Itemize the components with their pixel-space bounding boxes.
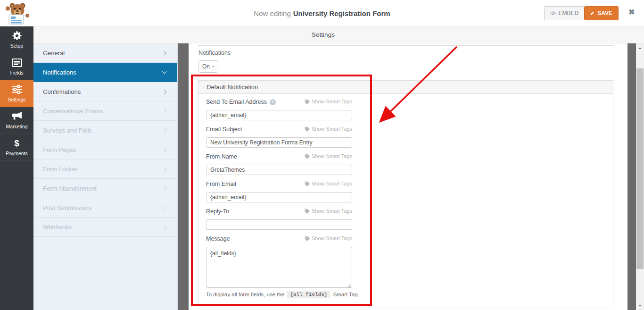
- show-smart-tags-link[interactable]: Show Smart Tags: [305, 181, 352, 186]
- now-editing-prefix: Now editing: [254, 9, 290, 17]
- top-bar: Now editing University Registration Form…: [0, 0, 644, 26]
- chevron-right-icon: [162, 167, 167, 171]
- tag-icon: [305, 99, 310, 104]
- show-smart-tags-link[interactable]: Show Smart Tags: [305, 126, 352, 132]
- menu-label: Form Locker: [43, 166, 77, 173]
- nav-label-payments: Payments: [6, 151, 28, 156]
- embed-code-icon: </>: [550, 11, 555, 16]
- field-label: Message: [206, 235, 230, 242]
- field-email-subject: Email Subject Show Smart Tags: [206, 126, 352, 148]
- menu-item-form-pages[interactable]: Form Pages: [33, 140, 177, 159]
- from-email-input[interactable]: [206, 192, 352, 202]
- notifications-toggle-value: On: [202, 63, 210, 70]
- vertical-scrollbar[interactable]: ▲ ▼: [636, 43, 644, 310]
- nav-label-settings: Settings: [8, 97, 26, 102]
- tag-icon: [305, 154, 310, 159]
- settings-menu: General Notifications Confirmations Conv…: [33, 43, 178, 310]
- gear-icon: [12, 31, 22, 41]
- nav-item-settings[interactable]: Settings: [0, 80, 33, 107]
- from-name-input[interactable]: [206, 165, 352, 175]
- field-message: Message Show Smart Tags {all_fields}: [206, 235, 352, 288]
- notifications-section-label: Notifications: [198, 50, 231, 56]
- chevron-right-icon: [162, 186, 167, 191]
- field-reply-to: Reply-To Show Smart Tags: [206, 208, 352, 230]
- all-fields-code-chip: {all_fields}: [287, 291, 330, 298]
- menu-item-conversational-forms[interactable]: Conversational Forms: [33, 101, 177, 121]
- chevron-right-icon: [162, 128, 167, 133]
- tag-icon: [305, 126, 310, 132]
- chevron-right-icon: [162, 147, 167, 152]
- sliders-icon: [12, 85, 22, 94]
- menu-item-confirmations[interactable]: Confirmations: [33, 82, 177, 101]
- tag-icon: [305, 209, 310, 214]
- nav-item-fields[interactable]: Fields: [0, 53, 33, 80]
- nav-item-payments[interactable]: $ Payments: [0, 134, 33, 161]
- menu-item-form-abandonment[interactable]: Form Abandonment: [33, 179, 177, 198]
- menu-label: Form Pages: [43, 146, 76, 153]
- menu-item-surveys-and-polls[interactable]: Surveys and Polls: [33, 121, 177, 140]
- field-label: Reply-To: [206, 208, 229, 215]
- show-smart-tags-link[interactable]: Show Smart Tags: [305, 99, 352, 104]
- email-subject-input[interactable]: [206, 137, 352, 148]
- field-send-to-email: Send To Email Address ? Show Smart Tags: [206, 99, 352, 120]
- embed-button[interactable]: </> EMBED: [544, 6, 585, 20]
- topbar-divider: [623, 4, 623, 23]
- nav-item-marketing[interactable]: Marketing: [0, 107, 33, 134]
- wpforms-builder: Now editing University Registration Form…: [0, 0, 644, 310]
- save-button-label: SAVE: [597, 10, 612, 17]
- all-fields-note: To display all form fields, use the {all…: [206, 291, 359, 298]
- menu-label: Conversational Forms: [43, 108, 103, 115]
- megaphone-icon: [12, 112, 22, 121]
- show-smart-tags-link[interactable]: Show Smart Tags: [305, 153, 352, 159]
- tag-icon: [305, 236, 310, 241]
- field-from-email: From Email Show Smart Tags: [206, 181, 352, 202]
- nav-label-setup: Setup: [10, 43, 23, 49]
- save-check-icon: ✔: [590, 10, 594, 17]
- show-smart-tags-link[interactable]: Show Smart Tags: [305, 235, 352, 241]
- scrollbar-thumb[interactable]: [636, 68, 644, 269]
- chevron-down-icon: [212, 64, 215, 67]
- field-label: From Name: [206, 153, 237, 160]
- scroll-down-icon[interactable]: ▼: [636, 302, 644, 309]
- menu-item-form-locker[interactable]: Form Locker: [33, 159, 177, 179]
- menu-label: Notifications: [43, 69, 76, 76]
- form-fields-icon: [12, 58, 22, 67]
- nav-label-marketing: Marketing: [6, 124, 27, 129]
- field-label: Send To Email Address: [206, 99, 267, 105]
- chevron-right-icon: [162, 50, 167, 55]
- builder-nav: Setup Fields: [0, 26, 33, 310]
- menu-label: General: [43, 50, 65, 57]
- help-icon[interactable]: ?: [270, 99, 276, 105]
- settings-panel-header: Settings: [33, 26, 644, 43]
- save-button[interactable]: ✔ SAVE: [584, 6, 619, 20]
- menu-label: Form Abandonment: [43, 185, 97, 192]
- field-label: From Email: [206, 181, 236, 187]
- resize-handle[interactable]: [347, 282, 351, 287]
- nav-item-setup[interactable]: Setup: [0, 26, 33, 53]
- menu-item-general[interactable]: General: [33, 43, 177, 63]
- send-to-email-input[interactable]: [206, 110, 352, 120]
- menu-label: Confirmations: [43, 88, 81, 95]
- menu-item-notifications[interactable]: Notifications: [33, 63, 177, 82]
- chevron-right-icon: [162, 109, 167, 113]
- message-textarea[interactable]: {all_fields}: [206, 247, 352, 288]
- note-suffix: Smart Tag.: [333, 292, 359, 297]
- note-prefix: To display all form fields, use the: [206, 292, 284, 297]
- form-name: University Registration Form: [293, 9, 390, 17]
- settings-panel-title: Settings: [312, 31, 335, 38]
- dollar-icon: $: [14, 139, 19, 148]
- section-divider: [198, 45, 613, 46]
- chevron-right-icon: [162, 225, 167, 229]
- scroll-up-icon[interactable]: ▲: [636, 44, 644, 51]
- menu-item-post-submissions[interactable]: Post Submissions: [33, 198, 177, 218]
- reply-to-input[interactable]: [206, 219, 352, 230]
- nav-label-fields: Fields: [10, 70, 23, 75]
- notifications-toggle-select[interactable]: On: [198, 60, 218, 73]
- show-smart-tags-link[interactable]: Show Smart Tags: [305, 208, 352, 214]
- field-from-name: From Name Show Smart Tags: [206, 153, 352, 175]
- menu-label: Post Submissions: [43, 204, 91, 211]
- tag-icon: [305, 181, 310, 186]
- close-builder-icon[interactable]: ✖: [628, 8, 635, 16]
- menu-item-webhooks[interactable]: Webhooks: [33, 218, 177, 237]
- default-notification-title: Default Notification: [206, 84, 258, 91]
